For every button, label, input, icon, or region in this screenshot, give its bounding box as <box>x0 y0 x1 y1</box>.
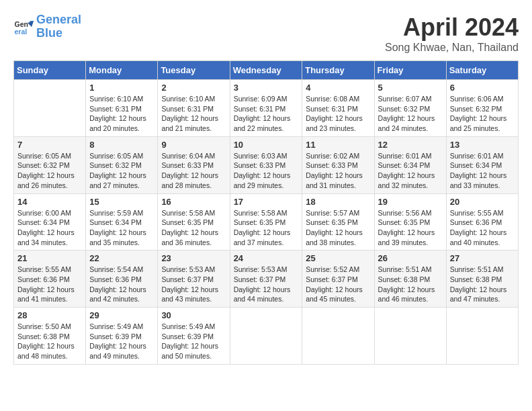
day-number: 15 <box>89 197 154 207</box>
day-info: Sunrise: 6:10 AM Sunset: 6:31 PM Dayligh… <box>161 94 226 134</box>
day-info: Sunrise: 5:58 AM Sunset: 6:35 PM Dayligh… <box>161 208 226 248</box>
day-number: 22 <box>89 253 154 263</box>
day-info: Sunrise: 6:01 AM Sunset: 6:34 PM Dayligh… <box>378 151 443 191</box>
day-number: 3 <box>234 83 299 93</box>
calendar-cell: 7Sunrise: 6:05 AM Sunset: 6:32 PM Daylig… <box>14 136 86 193</box>
month-title: April 2024 <box>385 13 519 42</box>
calendar-cell: 3Sunrise: 6:09 AM Sunset: 6:31 PM Daylig… <box>230 80 302 137</box>
calendar-week-row: 7Sunrise: 6:05 AM Sunset: 6:32 PM Daylig… <box>14 136 519 193</box>
title-area: April 2024 Song Khwae, Nan, Thailand <box>385 13 519 54</box>
day-number: 16 <box>161 197 226 207</box>
day-number: 28 <box>17 310 82 320</box>
day-number: 26 <box>378 253 443 263</box>
day-info: Sunrise: 5:51 AM Sunset: 6:38 PM Dayligh… <box>378 265 443 304</box>
calendar-header-wednesday: Wednesday <box>230 61 302 80</box>
calendar-cell: 28Sunrise: 5:50 AM Sunset: 6:38 PM Dayli… <box>14 308 86 365</box>
day-info: Sunrise: 5:52 AM Sunset: 6:37 PM Dayligh… <box>306 265 370 304</box>
calendar-header-thursday: Thursday <box>302 61 374 80</box>
calendar-cell: 14Sunrise: 6:00 AM Sunset: 6:34 PM Dayli… <box>14 193 86 250</box>
day-info: Sunrise: 5:56 AM Sunset: 6:35 PM Dayligh… <box>378 208 443 248</box>
calendar-cell: 26Sunrise: 5:51 AM Sunset: 6:38 PM Dayli… <box>374 250 446 308</box>
day-info: Sunrise: 6:05 AM Sunset: 6:32 PM Dayligh… <box>17 151 82 191</box>
calendar-cell: 21Sunrise: 5:55 AM Sunset: 6:36 PM Dayli… <box>14 250 86 308</box>
day-info: Sunrise: 6:03 AM Sunset: 6:33 PM Dayligh… <box>234 151 299 191</box>
day-info: Sunrise: 5:58 AM Sunset: 6:35 PM Dayligh… <box>234 208 299 248</box>
day-number: 5 <box>378 83 443 93</box>
day-number: 29 <box>89 310 154 320</box>
day-number: 12 <box>378 140 443 150</box>
day-number: 25 <box>306 253 370 263</box>
calendar-header-monday: Monday <box>86 61 158 80</box>
day-number: 21 <box>17 253 82 263</box>
day-info: Sunrise: 5:59 AM Sunset: 6:34 PM Dayligh… <box>89 208 154 248</box>
day-number: 18 <box>306 197 370 207</box>
location-subtitle: Song Khwae, Nan, Thailand <box>385 42 519 54</box>
day-info: Sunrise: 6:01 AM Sunset: 6:34 PM Dayligh… <box>450 151 515 191</box>
day-info: Sunrise: 6:08 AM Sunset: 6:31 PM Dayligh… <box>306 94 370 134</box>
page-header: Gen eral General Blue April 2024 Song Kh… <box>13 13 519 54</box>
day-number: 1 <box>89 83 154 93</box>
calendar-cell <box>14 80 86 137</box>
calendar-cell <box>446 308 518 365</box>
calendar-cell: 2Sunrise: 6:10 AM Sunset: 6:31 PM Daylig… <box>158 80 230 137</box>
day-number: 7 <box>17 140 82 150</box>
calendar-cell: 8Sunrise: 6:05 AM Sunset: 6:32 PM Daylig… <box>86 136 158 193</box>
calendar-cell: 12Sunrise: 6:01 AM Sunset: 6:34 PM Dayli… <box>374 136 446 193</box>
day-number: 13 <box>450 140 515 150</box>
calendar-cell: 16Sunrise: 5:58 AM Sunset: 6:35 PM Dayli… <box>158 193 230 250</box>
calendar-cell: 4Sunrise: 6:08 AM Sunset: 6:31 PM Daylig… <box>302 80 374 137</box>
calendar-cell: 22Sunrise: 5:54 AM Sunset: 6:36 PM Dayli… <box>86 250 158 308</box>
calendar-cell: 19Sunrise: 5:56 AM Sunset: 6:35 PM Dayli… <box>374 193 446 250</box>
calendar-cell: 9Sunrise: 6:04 AM Sunset: 6:33 PM Daylig… <box>158 136 230 193</box>
calendar-cell <box>302 308 374 365</box>
calendar-header-sunday: Sunday <box>14 61 86 80</box>
day-info: Sunrise: 5:54 AM Sunset: 6:36 PM Dayligh… <box>89 265 154 304</box>
day-number: 14 <box>17 197 82 207</box>
logo-line2: Blue <box>36 26 62 40</box>
day-number: 11 <box>306 140 370 150</box>
calendar-cell: 24Sunrise: 5:53 AM Sunset: 6:37 PM Dayli… <box>230 250 302 308</box>
day-info: Sunrise: 6:07 AM Sunset: 6:32 PM Dayligh… <box>378 94 443 134</box>
calendar-cell: 23Sunrise: 5:53 AM Sunset: 6:37 PM Dayli… <box>158 250 230 308</box>
calendar-header-row: SundayMondayTuesdayWednesdayThursdayFrid… <box>14 61 519 80</box>
day-info: Sunrise: 5:50 AM Sunset: 6:38 PM Dayligh… <box>17 322 82 361</box>
calendar-cell: 5Sunrise: 6:07 AM Sunset: 6:32 PM Daylig… <box>374 80 446 137</box>
day-number: 9 <box>161 140 226 150</box>
calendar-cell: 29Sunrise: 5:49 AM Sunset: 6:39 PM Dayli… <box>86 308 158 365</box>
day-info: Sunrise: 6:02 AM Sunset: 6:33 PM Dayligh… <box>306 151 370 191</box>
calendar-cell: 6Sunrise: 6:06 AM Sunset: 6:32 PM Daylig… <box>446 80 518 137</box>
day-info: Sunrise: 6:06 AM Sunset: 6:32 PM Dayligh… <box>450 94 515 134</box>
day-info: Sunrise: 6:04 AM Sunset: 6:33 PM Dayligh… <box>161 151 226 191</box>
calendar-week-row: 1Sunrise: 6:10 AM Sunset: 6:31 PM Daylig… <box>14 80 519 137</box>
calendar-cell: 13Sunrise: 6:01 AM Sunset: 6:34 PM Dayli… <box>446 136 518 193</box>
calendar-cell: 15Sunrise: 5:59 AM Sunset: 6:34 PM Dayli… <box>86 193 158 250</box>
day-info: Sunrise: 5:51 AM Sunset: 6:38 PM Dayligh… <box>450 265 515 304</box>
calendar-cell: 1Sunrise: 6:10 AM Sunset: 6:31 PM Daylig… <box>86 80 158 137</box>
logo: Gen eral General Blue <box>13 13 81 40</box>
day-info: Sunrise: 6:09 AM Sunset: 6:31 PM Dayligh… <box>234 94 299 134</box>
svg-text:eral: eral <box>15 27 28 35</box>
day-info: Sunrise: 5:57 AM Sunset: 6:35 PM Dayligh… <box>306 208 370 248</box>
calendar-cell: 17Sunrise: 5:58 AM Sunset: 6:35 PM Dayli… <box>230 193 302 250</box>
calendar-cell: 10Sunrise: 6:03 AM Sunset: 6:33 PM Dayli… <box>230 136 302 193</box>
logo-text: General Blue <box>36 13 81 40</box>
day-number: 27 <box>450 253 515 263</box>
calendar-cell: 25Sunrise: 5:52 AM Sunset: 6:37 PM Dayli… <box>302 250 374 308</box>
calendar-week-row: 14Sunrise: 6:00 AM Sunset: 6:34 PM Dayli… <box>14 193 519 250</box>
calendar-cell: 27Sunrise: 5:51 AM Sunset: 6:38 PM Dayli… <box>446 250 518 308</box>
day-number: 20 <box>450 197 515 207</box>
logo-icon: Gen eral <box>13 17 34 37</box>
day-info: Sunrise: 5:49 AM Sunset: 6:39 PM Dayligh… <box>89 322 154 361</box>
calendar-cell: 30Sunrise: 5:49 AM Sunset: 6:39 PM Dayli… <box>158 308 230 365</box>
day-info: Sunrise: 5:55 AM Sunset: 6:36 PM Dayligh… <box>17 265 82 304</box>
day-info: Sunrise: 5:53 AM Sunset: 6:37 PM Dayligh… <box>161 265 226 304</box>
day-info: Sunrise: 6:10 AM Sunset: 6:31 PM Dayligh… <box>89 94 154 134</box>
calendar-header-tuesday: Tuesday <box>158 61 230 80</box>
day-number: 4 <box>306 83 370 93</box>
day-number: 2 <box>161 83 226 93</box>
day-number: 23 <box>161 253 226 263</box>
day-number: 8 <box>89 140 154 150</box>
day-info: Sunrise: 5:53 AM Sunset: 6:37 PM Dayligh… <box>234 265 299 304</box>
calendar-cell: 18Sunrise: 5:57 AM Sunset: 6:35 PM Dayli… <box>302 193 374 250</box>
day-info: Sunrise: 6:00 AM Sunset: 6:34 PM Dayligh… <box>17 208 82 248</box>
